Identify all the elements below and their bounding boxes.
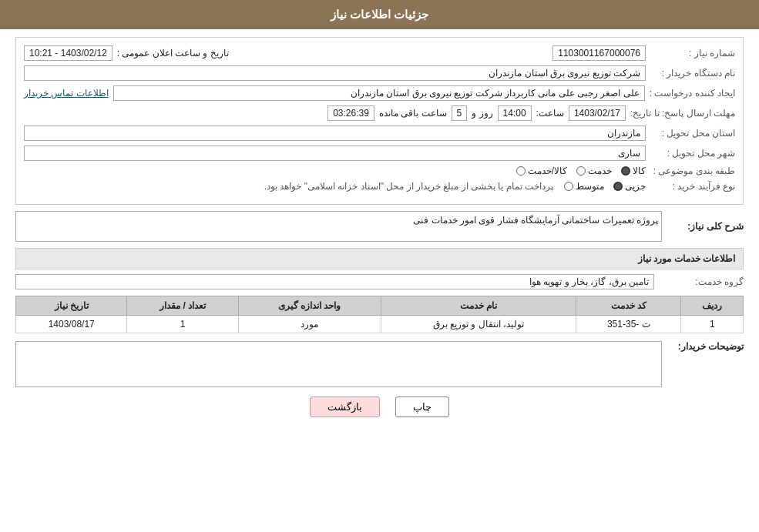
buyer-org-value: شرکت توزیع نیروی برق استان مازندران [24, 65, 646, 81]
contact-link[interactable]: اطلاعات تماس خریدار [24, 88, 109, 99]
row-service-group: گروه خدمت: تامین برق، گاز، بخار و تهویه … [15, 274, 744, 289]
category-label: طبقه بندی موضوعی : [650, 166, 735, 176]
purchase-type-minor[interactable]: جزیی [613, 181, 646, 192]
print-button[interactable]: چاپ [395, 396, 449, 417]
button-row: چاپ بازگشت [15, 396, 744, 417]
row-delivery-city: شهر محل تحویل : ساری [24, 146, 735, 161]
delivery-province-value: مازندران [24, 125, 646, 141]
delivery-province-label: استان محل تحویل : [650, 128, 735, 139]
need-description-value: پروژه تعمیرات ساختمانی آزمایشگاه فشار قو… [15, 211, 662, 242]
table-row: 1ت -35-351تولید، انتقال و توزیع برقمورد1… [16, 316, 744, 333]
reply-days: 5 [452, 105, 468, 121]
need-number-value: 1103001167000076 [552, 45, 646, 61]
col-code: کد خدمت [576, 296, 681, 316]
creator-label: ایجاد کننده درخواست : [650, 88, 735, 99]
buyer-org-label: نام دستگاه خریدار : [650, 68, 735, 79]
row-buyer-org: نام دستگاه خریدار : شرکت توزیع نیروی برق… [24, 65, 735, 81]
service-group-label: گروه خدمت: [659, 276, 744, 287]
row-need-number: شماره نیاز : 1103001167000076 تاریخ و سا… [24, 45, 735, 61]
row-need-description: شرح کلی نیاز: پروژه تعمیرات ساختمانی آزم… [15, 211, 744, 242]
category-option-1[interactable]: کالا [621, 166, 646, 176]
reply-date: 1403/02/17 [569, 105, 626, 121]
services-section-title: اطلاعات خدمات مورد نیاز [15, 248, 744, 269]
col-unit: واحد اندازه گیری [238, 296, 381, 316]
reply-time: 14:00 [498, 105, 532, 121]
purchase-note: پرداخت تمام یا بخشی از مبلغ خریدار از مح… [264, 181, 553, 192]
services-table-container: ردیف کد خدمت نام خدمت واحد اندازه گیری ت… [15, 296, 744, 333]
reply-deadline-label: مهلت ارسال پاسخ: تا تاریخ: [630, 108, 735, 119]
need-description-label: شرح کلی نیاز: [667, 221, 744, 232]
reply-time-label: ساعت: [536, 108, 564, 119]
purchase-type-label: نوع فرآیند خرید : [650, 181, 735, 192]
page-header: جزئیات اطلاعات نیاز [0, 0, 759, 29]
service-group-value: تامین برق، گاز، بخار و تهویه هوا [15, 274, 654, 289]
category-option-2[interactable]: خدمت [576, 166, 612, 176]
row-reply-deadline: مهلت ارسال پاسخ: تا تاریخ: 1403/02/17 سا… [24, 105, 735, 121]
col-date: تاریخ نیاز [16, 296, 127, 316]
row-purchase-type: نوع فرآیند خرید : متوسط جزیی پرداخت تمام… [24, 181, 735, 192]
delivery-city-label: شهر محل تحویل : [650, 148, 735, 159]
buyer-notes-textarea[interactable] [15, 341, 662, 387]
delivery-city-value: ساری [24, 146, 646, 161]
reply-remaining-label: ساعت باقی مانده [379, 108, 447, 119]
services-table: ردیف کد خدمت نام خدمت واحد اندازه گیری ت… [15, 296, 744, 333]
purchase-type-medium[interactable]: متوسط [564, 181, 604, 192]
announce-date-value: 1403/02/12 - 10:21 [24, 45, 113, 61]
purchase-type-radio-group: متوسط جزیی [564, 181, 646, 192]
col-qty: تعداد / مقدار [127, 296, 238, 316]
row-creator: ایجاد کننده درخواست : علی اصغر رجبی علی … [24, 85, 735, 101]
col-name: نام خدمت [381, 296, 576, 316]
row-category: طبقه بندی موضوعی : کالا/خدمت خدمت کالا [24, 166, 735, 176]
reply-remaining: 03:26:39 [327, 105, 374, 121]
buyer-notes-label: توضیحات خریدار: [667, 341, 744, 352]
reply-days-label: روز و [472, 108, 492, 119]
back-button[interactable]: بازگشت [310, 396, 380, 417]
col-row: ردیف [681, 296, 744, 316]
announce-date-label: تاریخ و ساعت اعلان عمومی : [117, 48, 229, 59]
category-option-3[interactable]: کالا/خدمت [516, 166, 567, 176]
creator-value: علی اصغر رجبی علی مانی کاربرداز شرکت توز… [113, 85, 645, 101]
row-buyer-notes: توضیحات خریدار: [15, 341, 744, 387]
category-radio-group: کالا/خدمت خدمت کالا [516, 166, 646, 176]
row-delivery-province: استان محل تحویل : مازندران [24, 125, 735, 141]
main-form-section: شماره نیاز : 1103001167000076 تاریخ و سا… [15, 37, 744, 205]
need-number-label: شماره نیاز : [650, 48, 735, 59]
page-title: جزئیات اطلاعات نیاز [331, 8, 428, 21]
